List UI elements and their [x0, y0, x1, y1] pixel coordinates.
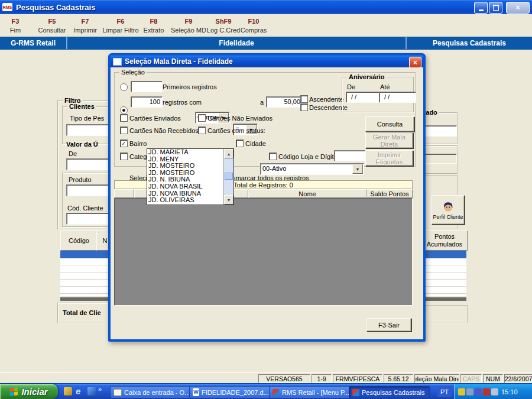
codigo-loja-checkbox[interactable] [269, 153, 277, 160]
cidade-label: Cidade [245, 140, 266, 147]
selecao-mala-direta-dialog: Seleção Mala Direta - Fidelidade × Seleç… [108, 53, 426, 342]
categoria-checkbox[interactable] [120, 153, 128, 160]
perfil-cliente-button[interactable]: Perfil Cliente [432, 195, 465, 225]
status-range: 1-9 [312, 374, 332, 383]
start-button[interactable]: Iniciar [0, 384, 58, 399]
status-select[interactable]: 00-Ativo ▼ [260, 163, 364, 175]
ascendente-label: Ascendente [309, 96, 343, 103]
cartoes-nao-recebidos-checkbox[interactable] [120, 126, 128, 134]
cartoes-nao-enviados-checkbox[interactable] [198, 114, 206, 122]
aniversario-de-input[interactable]: / / [346, 92, 383, 103]
app-icon: RMS [2, 3, 12, 11]
cartoes-nao-enviados-label: Cartões Não Enviados [207, 115, 273, 122]
menu-item-extrato[interactable]: F8Extrato [140, 18, 168, 34]
tray-icon-2[interactable] [475, 388, 482, 395]
grid-selected-row[interactable] [421, 251, 466, 258]
total-clientes-label: Total de Clie [63, 309, 101, 316]
bairro-label: Bairro [129, 140, 147, 147]
internet-explorer-icon[interactable]: e [76, 386, 80, 396]
language-indicator[interactable]: PT [437, 386, 452, 397]
codigo-loja-label: Código Loja e Dígito [278, 153, 338, 160]
produto-label: Produto [69, 176, 92, 183]
taskbar-button-outlook[interactable]: Caixa de entrada - O... [110, 386, 193, 398]
menu-item-limpar-filtro[interactable]: F6Limpar Filtro [99, 18, 142, 34]
taskbar-button-rms-retail[interactable]: RMS Retail - [Menu P... [269, 386, 353, 398]
scroll-up-icon[interactable]: ▲ [224, 149, 233, 158]
list-item[interactable]: JD. OLIVEIRAS [147, 197, 224, 204]
codigo-loja-input[interactable] [334, 150, 366, 161]
section-header-bar: G-RMS Retail Fidelidade Pesquisas Cadast… [0, 37, 532, 50]
valor-limite-input[interactable]: 50,00 [266, 96, 303, 108]
cartoes-com-status-label: Cartões com status: [207, 127, 265, 134]
status-caps: CAPS [460, 374, 482, 383]
rms-icon [273, 389, 280, 396]
primeiros-registros-radio[interactable] [120, 83, 128, 91]
ascendente-checkbox[interactable] [300, 95, 308, 103]
minimize-icon [479, 9, 484, 11]
grid-hscrollbar[interactable] [60, 297, 112, 301]
scroll-down-icon[interactable]: ▼ [224, 195, 233, 205]
status-screen-name: eleção Mala Dire [414, 374, 459, 383]
menu-item-selecao-md[interactable]: F9Seleção MD [169, 18, 208, 34]
close-button[interactable]: × [506, 2, 530, 14]
aniversario-label: Aniversário [347, 73, 387, 80]
grid-selected-row[interactable] [60, 251, 112, 258]
a-label: a [260, 99, 264, 106]
results-col-nome[interactable]: Nome [248, 189, 366, 198]
descendente-checkbox[interactable] [300, 103, 308, 111]
grid-col-codigo[interactable]: Código [60, 231, 98, 251]
list-scrollbar[interactable]: ▲ ▼ [223, 149, 233, 205]
menu-item-consultar[interactable]: F5Consultar [33, 18, 71, 34]
tray-icon-3[interactable] [483, 388, 490, 395]
bairro-dropdown-list: JD. MARIETA JD. MENY JD. MOSTEIRO JD. MO… [147, 148, 234, 205]
bairro-checkbox[interactable]: ✓ [120, 140, 128, 147]
status-form-id: FRMVFIPESCA [333, 374, 382, 383]
desktop-screen: RMS Pesquisas Cadastrais × F3Fim F5Consu… [0, 0, 532, 399]
aniversario-ate-input[interactable]: / / [379, 92, 416, 103]
results-col-blank[interactable] [114, 189, 134, 198]
menu-item-compras[interactable]: F10Compras [239, 18, 268, 34]
chevron-down-icon[interactable]: ▼ [352, 164, 363, 174]
header-module: Fidelidade [67, 37, 406, 50]
menu-item-fim[interactable]: F3Fim [5, 18, 26, 34]
sair-button[interactable]: F3-Sair [366, 318, 411, 332]
tray-icon-speaker[interactable] [491, 388, 498, 395]
cartoes-enviados-checkbox[interactable] [120, 114, 128, 122]
cartoes-com-status-checkbox[interactable] [198, 126, 206, 134]
restore-button[interactable] [489, 2, 502, 14]
list-item[interactable]: JD. MARIETA [147, 149, 224, 156]
registros-qtd-input[interactable]: 100 [131, 96, 163, 108]
menu-item-imprimir[interactable]: F7Imprimir [70, 18, 100, 34]
quicklaunch-icon-2[interactable] [87, 387, 96, 395]
scrollbar-thumb[interactable] [225, 173, 233, 180]
dialog-body: Seleção Primeiros registros 100 registro… [111, 67, 419, 335]
imprimir-etiquetas-button[interactable]: Imprimir Etiquetas [365, 150, 413, 166]
dialog-close-button[interactable]: × [409, 57, 421, 68]
cidade-checkbox[interactable] [236, 140, 244, 147]
menu-item-log-ccred[interactable]: ShF9Log C.Cred [205, 18, 242, 34]
grid-rows[interactable] [421, 258, 466, 296]
dialog-icon [113, 58, 122, 66]
gerar-mala-direta-button[interactable]: Gerar Mala Direta [365, 132, 413, 148]
results-list-area [114, 198, 413, 306]
minimize-button[interactable] [474, 2, 488, 14]
grid-col-pontos[interactable]: Pontos Acumulados [421, 231, 468, 251]
primeiros-registros-input[interactable] [131, 81, 163, 92]
registros-com-radio[interactable] [120, 106, 128, 114]
header-brand: G-RMS Retail [0, 37, 66, 50]
taskbar-button-word[interactable]: W FIDELIDADE_2007.d... [189, 386, 273, 398]
client-avatar-icon [442, 200, 455, 213]
total-clientes-panel: Total de Clie [57, 303, 111, 323]
tray-icon-hand[interactable] [458, 388, 465, 395]
quicklaunch-icon-1[interactable] [64, 387, 72, 395]
taskbar-button-pesquisas-cadastrais[interactable]: Pesquisas Cadastrais [349, 386, 430, 398]
consulta-button[interactable]: Consulta [365, 116, 414, 132]
list-item[interactable]: JD. NOVA BRASIL [147, 183, 224, 190]
results-col-saldo[interactable]: Saldo Pontos [366, 189, 413, 198]
tray-icon-1[interactable] [466, 388, 473, 395]
clientes-label: Clientes [67, 103, 96, 110]
grid-rows[interactable] [60, 258, 112, 296]
status-version-number: 5.65.12 [384, 374, 413, 383]
quicklaunch-overflow-chevron[interactable]: » [98, 385, 102, 392]
grid-hscrollbar[interactable] [421, 297, 466, 301]
